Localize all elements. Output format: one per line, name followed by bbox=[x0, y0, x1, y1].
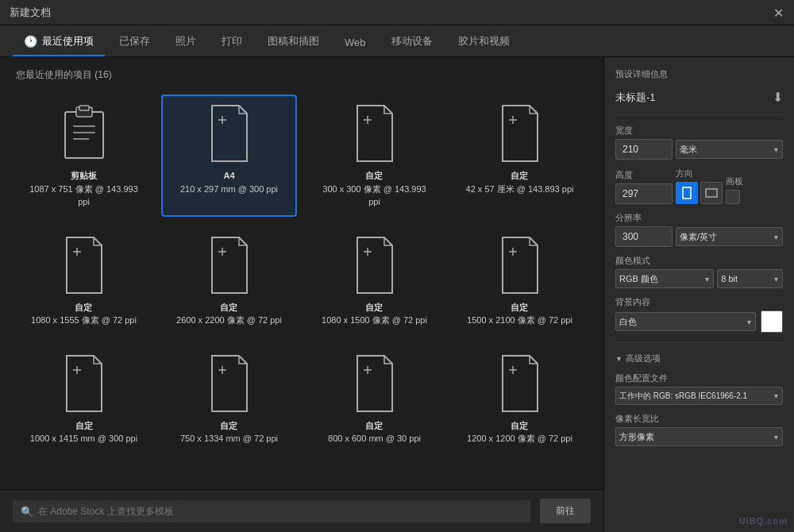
item-icon-5 bbox=[59, 234, 110, 296]
item-desc-7: 1080 x 1500 像素 @ 72 ppi bbox=[322, 314, 427, 327]
item-label-6: 自定 2600 x 2200 像素 @ 72 ppi bbox=[176, 301, 282, 327]
advanced-header[interactable]: ▼ 高级选项 bbox=[615, 353, 783, 364]
item-label-12: 自定 1200 x 1200 像素 @ 72 ppi bbox=[467, 419, 572, 445]
color-profile-select[interactable]: 工作中的 RGB: sRGB IEC61966-2.1 sRGB IEC6196… bbox=[615, 387, 783, 405]
svg-rect-2 bbox=[79, 106, 89, 110]
item-name-2: A4 bbox=[180, 169, 278, 183]
color-profile-label: 颜色配置文件 bbox=[615, 372, 783, 384]
grid-item-1[interactable]: 剪贴板 1087 x 751 像素 @ 143.993 ppi bbox=[16, 94, 152, 217]
grid-item-2[interactable]: A4 210 x 297 mm @ 300 ppi bbox=[161, 94, 297, 217]
search-input[interactable] bbox=[13, 500, 530, 522]
bg-color-swatch[interactable] bbox=[761, 310, 783, 333]
bg-content-select[interactable]: 白色 黑色 背景色 透明 自定 bbox=[615, 312, 756, 331]
item-desc-8: 1500 x 2100 像素 @ 72 ppi bbox=[467, 314, 572, 327]
preset-name-row: 未标题-1 ⬇ bbox=[615, 90, 783, 105]
artboard-checkbox[interactable] bbox=[726, 190, 740, 204]
resolution-input[interactable] bbox=[615, 226, 673, 247]
tab-photo[interactable]: 照片 bbox=[164, 28, 207, 56]
item-name-4: 自定 bbox=[466, 169, 574, 183]
advanced-chevron-icon: ▼ bbox=[615, 355, 622, 363]
landscape-button[interactable] bbox=[700, 182, 723, 204]
item-label-8: 自定 1500 x 2100 像素 @ 72 ppi bbox=[467, 301, 572, 327]
item-name-1: 剪贴板 bbox=[29, 169, 138, 183]
color-mode-row: RGB 颜色 CMYK 颜色 Lab 颜色 灰度 8 bit 16 bit 32… bbox=[615, 269, 783, 288]
tab-print-label: 打印 bbox=[222, 34, 242, 48]
artboard-label: 画板 bbox=[726, 175, 743, 187]
grid-item-12[interactable]: 自定 1200 x 1200 像素 @ 72 ppi bbox=[452, 345, 588, 453]
search-bar: 🔍 前往 bbox=[0, 489, 603, 532]
height-input[interactable] bbox=[615, 183, 673, 204]
tab-web-label: Web bbox=[345, 37, 366, 48]
grid-item-10[interactable]: 自定 750 x 1334 mm @ 72 ppi bbox=[161, 345, 297, 453]
tab-film-label: 胶片和视频 bbox=[458, 34, 510, 48]
tab-photo-label: 照片 bbox=[175, 34, 196, 48]
goto-button[interactable]: 前往 bbox=[540, 499, 591, 523]
pixel-ratio-select[interactable]: 方形像素 D1/DV NTSC (0.91) bbox=[615, 427, 783, 446]
item-label-5: 自定 1080 x 1555 像素 @ 72 ppi bbox=[31, 301, 137, 327]
width-input-row: 毫米 像素 英寸 厘米 bbox=[615, 139, 783, 160]
grid-item-6[interactable]: 自定 2600 x 2200 像素 @ 72 ppi bbox=[161, 226, 297, 335]
items-grid-area[interactable]: 剪贴板 1087 x 751 像素 @ 143.993 ppi A4 210 x… bbox=[0, 88, 603, 489]
items-grid: 剪贴板 1087 x 751 像素 @ 143.993 ppi A4 210 x… bbox=[16, 94, 588, 453]
grid-item-4[interactable]: 自定 42 x 57 厘米 @ 143.893 ppi bbox=[452, 94, 588, 217]
resolution-unit-select[interactable]: 像素/英寸 像素/厘米 bbox=[676, 227, 783, 246]
item-desc-12: 1200 x 1200 像素 @ 72 ppi bbox=[467, 432, 572, 445]
item-desc-4: 42 x 57 厘米 @ 143.893 ppi bbox=[466, 183, 574, 196]
orientation-label: 方向 bbox=[676, 168, 723, 179]
item-icon-2 bbox=[204, 102, 255, 164]
item-label-2: A4 210 x 297 mm @ 300 ppi bbox=[180, 169, 278, 195]
item-name-6: 自定 bbox=[176, 301, 282, 314]
color-profile-select-wrap: 工作中的 RGB: sRGB IEC61966-2.1 sRGB IEC6196… bbox=[615, 387, 783, 405]
item-name-10: 自定 bbox=[180, 419, 278, 433]
tab-recent[interactable]: 🕐 最近使用项 bbox=[13, 28, 105, 56]
preset-name: 未标题-1 bbox=[615, 91, 656, 105]
item-desc-10: 750 x 1334 mm @ 72 ppi bbox=[180, 432, 278, 445]
portrait-button[interactable] bbox=[676, 182, 698, 204]
advanced-label: 高级选项 bbox=[626, 353, 661, 364]
width-unit-select-wrap: 毫米 像素 英寸 厘米 bbox=[676, 139, 783, 160]
svg-rect-28 bbox=[683, 187, 691, 199]
item-name-3: 自定 bbox=[322, 169, 426, 183]
width-unit-select[interactable]: 毫米 像素 英寸 厘米 bbox=[676, 140, 783, 159]
item-name-12: 自定 bbox=[467, 419, 572, 433]
grid-item-9[interactable]: 自定 1000 x 1415 mm @ 300 ppi bbox=[16, 345, 152, 453]
tab-print[interactable]: 打印 bbox=[210, 28, 253, 56]
orientation-buttons bbox=[676, 182, 723, 204]
color-mode-select[interactable]: RGB 颜色 CMYK 颜色 Lab 颜色 灰度 bbox=[615, 269, 714, 288]
width-field: 宽度 毫米 像素 英寸 厘米 bbox=[615, 125, 783, 160]
bg-content-label: 背景内容 bbox=[615, 296, 783, 308]
tabbar: 🕐 最近使用项 已保存 照片 打印 图稿和插图 Web 移动设备 胶片和视频 bbox=[0, 25, 794, 57]
grid-item-11[interactable]: 自定 800 x 600 mm @ 30 ppi bbox=[306, 345, 442, 453]
panel-title: 预设详细信息 bbox=[615, 68, 783, 80]
save-preset-button[interactable]: ⬇ bbox=[773, 90, 783, 105]
item-desc-5: 1080 x 1555 像素 @ 72 ppi bbox=[31, 314, 137, 327]
item-name-9: 自定 bbox=[30, 419, 137, 433]
tab-web[interactable]: Web bbox=[333, 30, 377, 56]
tab-recent-label: 最近使用项 bbox=[42, 34, 94, 48]
width-input[interactable] bbox=[615, 139, 673, 160]
item-icon-1 bbox=[59, 102, 110, 164]
item-icon-3 bbox=[349, 102, 400, 164]
tab-mobile[interactable]: 移动设备 bbox=[380, 28, 444, 56]
tab-film[interactable]: 胶片和视频 bbox=[447, 28, 521, 56]
divider-2 bbox=[615, 342, 783, 343]
bit-depth-select[interactable]: 8 bit 16 bit 32 bit bbox=[717, 269, 783, 288]
tab-saved[interactable]: 已保存 bbox=[108, 28, 161, 56]
height-orient-row: 高度 方向 画板 bbox=[615, 168, 783, 204]
grid-item-8[interactable]: 自定 1500 x 2100 像素 @ 72 ppi bbox=[452, 226, 588, 335]
item-label-4: 自定 42 x 57 厘米 @ 143.893 ppi bbox=[466, 169, 574, 195]
grid-item-3[interactable]: 自定 300 x 300 像素 @ 143.993 ppi bbox=[306, 94, 442, 217]
grid-item-7[interactable]: 自定 1080 x 1500 像素 @ 72 ppi bbox=[306, 226, 442, 335]
item-icon-7 bbox=[349, 234, 400, 296]
search-icon: 🔍 bbox=[21, 505, 33, 517]
item-desc-1: 1087 x 751 像素 @ 143.993 ppi bbox=[29, 183, 138, 209]
item-name-5: 自定 bbox=[31, 301, 137, 314]
resolution-unit-select-wrap: 像素/英寸 像素/厘米 bbox=[676, 226, 783, 247]
close-button[interactable]: ✕ bbox=[773, 7, 784, 18]
tab-art[interactable]: 图稿和插图 bbox=[256, 28, 330, 56]
grid-item-5[interactable]: 自定 1080 x 1555 像素 @ 72 ppi bbox=[16, 226, 152, 335]
pixel-ratio-field: 像素长宽比 方形像素 D1/DV NTSC (0.91) bbox=[615, 413, 783, 446]
orientation-col: 方向 bbox=[676, 168, 723, 204]
color-mode-label: 颜色模式 bbox=[615, 255, 783, 267]
item-desc-9: 1000 x 1415 mm @ 300 ppi bbox=[30, 432, 137, 445]
